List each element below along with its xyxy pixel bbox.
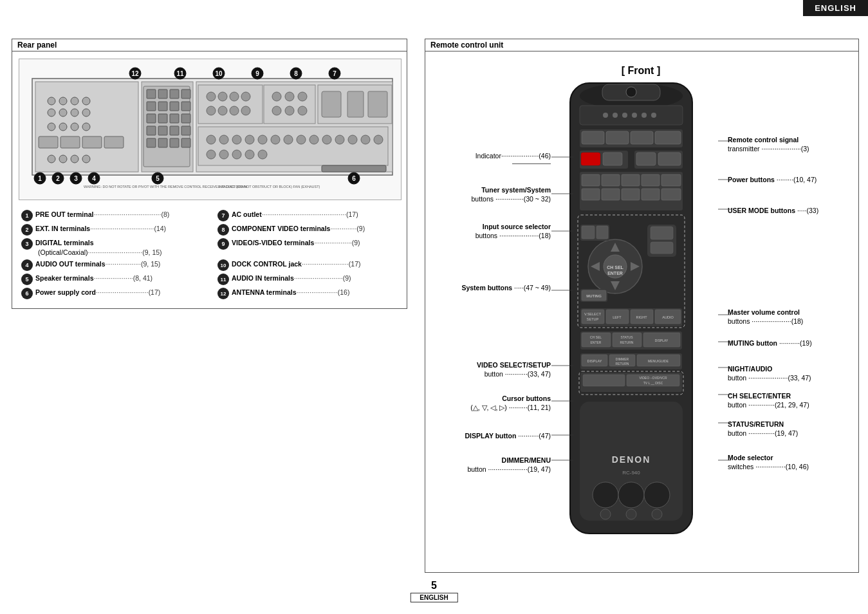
svg-point-13 — [59, 123, 67, 131]
svg-rect-25 — [147, 89, 156, 98]
english-badge: ENGLISH — [803, 0, 868, 16]
rear-item-audio-out: 4 AUDIO OUT terminals···················… — [21, 259, 205, 271]
label-master-volume: Master volume control buttons ··········… — [728, 308, 850, 326]
svg-point-200 — [593, 482, 618, 508]
svg-text:DISPLAY: DISPLAY — [587, 359, 602, 363]
svg-rect-45 — [198, 85, 263, 124]
svg-point-121 — [642, 113, 647, 118]
svg-rect-138 — [642, 174, 660, 186]
svg-text:MENU/GUIDE: MENU/GUIDE — [648, 359, 669, 363]
remote-panel-section: Remote control unit [ Front ] — [425, 39, 859, 573]
svg-rect-18 — [82, 136, 102, 148]
item-number-9: 9 — [217, 238, 229, 250]
svg-rect-116 — [580, 106, 683, 125]
svg-text:RIGHT: RIGHT — [636, 315, 647, 319]
svg-rect-16 — [39, 136, 58, 148]
rear-item-speaker: 5 Speaker terminals·····················… — [21, 274, 205, 285]
svg-text:AUDIO: AUDIO — [662, 315, 674, 319]
svg-point-9 — [59, 109, 67, 116]
svg-text:8: 8 — [294, 70, 298, 77]
svg-rect-29 — [147, 102, 156, 111]
svg-point-49 — [241, 92, 250, 101]
svg-rect-141 — [602, 189, 620, 200]
svg-rect-19 — [104, 136, 124, 148]
svg-rect-31 — [170, 102, 179, 111]
rear-item-power-cord: 6 Power supply cord·····················… — [21, 288, 205, 299]
svg-point-67 — [219, 135, 228, 144]
item-number-5: 5 — [21, 274, 33, 285]
rear-panel-items: 1 PRE OUT terminal······················… — [21, 210, 401, 299]
svg-point-58 — [272, 106, 281, 115]
svg-rect-64 — [368, 91, 387, 117]
rear-panel-title: Rear panel — [12, 39, 407, 51]
front-label: [ Front ] — [622, 65, 660, 77]
svg-rect-28 — [181, 89, 190, 98]
svg-point-6 — [71, 97, 78, 105]
label-power-buttons: Power buttons ·········(10, 47) — [728, 176, 850, 185]
svg-rect-158 — [582, 226, 595, 239]
svg-point-46 — [207, 92, 216, 101]
svg-point-73 — [297, 135, 306, 144]
svg-rect-42 — [158, 138, 167, 147]
svg-point-202 — [644, 482, 670, 508]
svg-rect-33 — [147, 114, 156, 123]
svg-rect-130 — [603, 153, 622, 165]
svg-point-60 — [298, 106, 307, 115]
svg-point-119 — [622, 113, 627, 118]
svg-rect-30 — [158, 102, 167, 111]
item-number-10: 10 — [217, 259, 229, 271]
rear-item-pre-out: 1 PRE OUT terminal······················… — [21, 210, 205, 221]
svg-point-8 — [48, 109, 55, 116]
svg-point-48 — [230, 92, 239, 101]
svg-point-50 — [207, 106, 216, 115]
svg-text:9: 9 — [255, 70, 259, 77]
svg-text:DISPLAY: DISPLAY — [655, 339, 669, 342]
label-mode-selector: Mode selector switches ················(… — [728, 454, 850, 471]
svg-point-74 — [309, 135, 319, 144]
label-ch-select: CH SELECT/ENTER button ··············(21… — [728, 392, 850, 409]
svg-text:LEFT: LEFT — [613, 315, 622, 319]
svg-point-21 — [59, 155, 67, 163]
item-number-4: 4 — [21, 259, 33, 271]
rear-panel-section: Rear panel — [12, 39, 407, 309]
svg-text:3: 3 — [74, 175, 78, 182]
svg-point-20 — [48, 155, 55, 163]
svg-rect-129 — [581, 153, 600, 165]
svg-text:V.SELECT: V.SELECT — [584, 312, 602, 316]
svg-rect-143 — [642, 189, 660, 200]
svg-point-10 — [71, 109, 78, 116]
label-system-buttons: System buttons ·····(47 ~ 49) — [432, 284, 551, 293]
svg-rect-62 — [322, 91, 341, 117]
svg-point-80 — [207, 150, 216, 159]
svg-point-68 — [232, 135, 241, 144]
svg-point-47 — [218, 92, 227, 101]
svg-rect-85 — [322, 165, 386, 172]
svg-text:2: 2 — [56, 175, 60, 182]
svg-point-122 — [651, 113, 656, 118]
svg-point-79 — [374, 135, 383, 144]
svg-rect-135 — [582, 174, 600, 186]
svg-rect-137 — [622, 174, 640, 186]
svg-rect-133 — [658, 153, 681, 165]
rear-item-audio-in: 11 AUDIO IN terminals···················… — [217, 274, 401, 285]
svg-text:12: 12 — [131, 70, 139, 77]
rear-item-dock-control: 10 DOCK CONTROL jack····················… — [217, 259, 401, 271]
item-number-8: 8 — [217, 224, 229, 236]
svg-point-84 — [258, 150, 267, 159]
rear-item-component-video: 8 COMPONENT VIDEO terminals·············… — [217, 224, 401, 236]
svg-point-115 — [626, 87, 636, 97]
label-video-select: VIDEO SELECT/SETUP button ············(3… — [432, 361, 551, 378]
svg-point-70 — [258, 135, 267, 144]
item-number-2: 2 — [21, 224, 33, 236]
svg-rect-124 — [582, 131, 604, 144]
svg-rect-26 — [158, 89, 167, 98]
svg-text:11: 11 — [176, 70, 184, 77]
svg-rect-125 — [606, 131, 629, 144]
svg-point-205 — [652, 509, 662, 519]
rear-item-video-svideo: 9 VIDEO/S-VIDEO terminals···············… — [217, 238, 401, 257]
svg-point-118 — [613, 113, 618, 118]
remote-panel-title: Remote control unit — [425, 39, 858, 51]
svg-rect-39 — [170, 126, 179, 135]
svg-text:4: 4 — [92, 175, 96, 182]
svg-rect-65 — [198, 127, 388, 165]
